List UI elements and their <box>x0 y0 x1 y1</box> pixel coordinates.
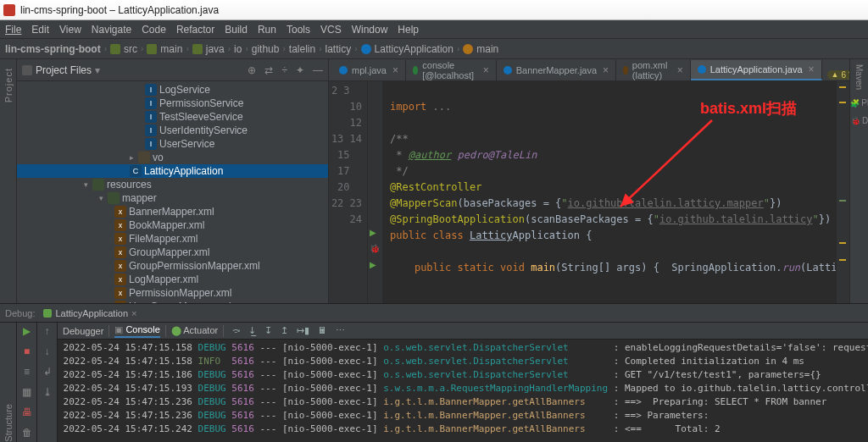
menu-window[interactable]: Window <box>352 24 388 36</box>
close-icon[interactable]: × <box>483 64 489 76</box>
breadcrumb-bar: lin-cms-spring-boot › src › main › java … <box>0 39 868 59</box>
more-debug-icon[interactable]: ⋯ <box>336 325 345 336</box>
breadcrumb-src[interactable]: src <box>110 43 137 55</box>
wrap-icon[interactable]: ↲ <box>43 366 52 378</box>
close-icon[interactable]: × <box>809 64 815 75</box>
editor-right-margin[interactable] <box>836 81 849 303</box>
down-icon[interactable]: ↓ <box>45 345 50 357</box>
menu-build[interactable]: Build <box>225 24 248 36</box>
left-rail-project[interactable]: Project <box>3 68 14 102</box>
run-line-icon[interactable]: ▶ <box>370 260 376 269</box>
tree-item[interactable]: LogMapper.xml <box>129 273 198 286</box>
run-line-icon[interactable]: ▶ <box>370 228 376 237</box>
breadcrumb-main[interactable]: main <box>147 43 182 55</box>
project-tree[interactable]: ILogServiceIPermissionServiceITestSleeve… <box>17 81 328 303</box>
menu-tools[interactable]: Tools <box>287 24 310 36</box>
breadcrumb-class[interactable]: LatticyApplication <box>361 43 453 55</box>
breadcrumb-method[interactable]: main <box>463 43 498 55</box>
tree-item[interactable]: vo <box>153 151 164 164</box>
stop-icon[interactable]: ■ <box>24 345 30 357</box>
menu-code[interactable]: Code <box>142 24 166 36</box>
scroll-icon[interactable]: ⤓ <box>43 386 52 398</box>
chevron-down-icon[interactable]: ▾ <box>97 191 105 205</box>
breadcrumb-root[interactable]: lin-cms-spring-boot <box>5 43 101 55</box>
class-icon: C <box>130 165 142 177</box>
menu-vcs[interactable]: VCS <box>320 24 342 36</box>
evaluate-icon[interactable]: 🖩 <box>318 325 327 336</box>
menu-view[interactable]: View <box>59 24 81 36</box>
tree-item[interactable]: FileMapper.xml <box>129 232 198 246</box>
layout-icon[interactable]: ▦ <box>22 386 31 398</box>
run-to-cursor-icon[interactable]: ↦▮ <box>297 325 309 336</box>
tree-item-selected[interactable]: LatticyApplication <box>144 164 223 178</box>
step-out-icon[interactable]: ↥ <box>281 325 288 336</box>
right-tool-rail: Maven ▸🧩Plu ▾🐞De <box>849 59 868 303</box>
actuator-tab[interactable]: ⬤ Actuator <box>171 325 218 336</box>
tree-item[interactable]: PermissionService <box>159 97 243 110</box>
close-icon[interactable]: × <box>392 64 398 76</box>
menu-navigate[interactable]: Navigate <box>92 24 131 36</box>
left-tool-rail: Project <box>0 59 17 303</box>
problems-badge[interactable]: ▲6ˆ <box>827 70 849 80</box>
editor-tab[interactable]: pom.xml (latticy)× <box>616 60 691 80</box>
rerun-icon[interactable]: ▶ <box>23 325 31 337</box>
tree-item[interactable]: resources <box>107 178 152 191</box>
tree-item[interactable]: UserIdentityService <box>159 124 248 137</box>
console-tab[interactable]: ▣ Console <box>114 324 159 338</box>
force-step-icon[interactable]: ↧ <box>264 325 272 336</box>
menu-refactor[interactable]: Refactor <box>176 24 214 36</box>
project-panel-title[interactable]: Project Files ▾ <box>22 64 242 76</box>
editor-tab[interactable]: LatticyApplication.java× <box>691 60 822 80</box>
tree-item[interactable]: UserGroupMapper.xml <box>129 300 231 303</box>
chevron-down-icon[interactable]: ▾ <box>81 178 90 191</box>
print-icon[interactable]: 🖶 <box>22 406 32 418</box>
debug-line-icon[interactable]: 🐞 <box>370 244 380 253</box>
locate-icon[interactable]: ⊕ <box>248 64 256 76</box>
console-log[interactable]: 2022-05-24 15:47:15.158 DEBUG 5616 --- [… <box>58 340 868 442</box>
structure-toolwindow[interactable]: Structure <box>3 399 14 442</box>
debug-runconfig-tab[interactable]: LatticyApplication × <box>43 308 136 318</box>
tree-item[interactable]: LogService <box>159 83 210 97</box>
step-into-icon[interactable]: ↓̲ <box>248 325 256 336</box>
dropdown-icon[interactable]: ▾ <box>95 64 100 76</box>
close-icon[interactable]: × <box>603 64 609 76</box>
editor-tab[interactable]: console [@localhost]× <box>406 60 497 80</box>
collapse-icon[interactable]: ÷ <box>281 64 287 76</box>
menu-file[interactable]: File <box>5 24 21 36</box>
tree-item[interactable]: TestSleeveService <box>159 110 243 124</box>
editor-tab[interactable]: mpl.java× <box>332 60 406 80</box>
breadcrumb-github[interactable]: github <box>252 43 280 55</box>
tree-item[interactable]: UserService <box>159 137 214 151</box>
code-editor[interactable]: 2 3 10 12 13 14 15 17 20 22 23 24 ▶▶🐞 im… <box>329 81 849 303</box>
editor-tab[interactable]: BannerMapper.java× <box>497 60 616 80</box>
interface-icon: I <box>145 138 157 150</box>
close-icon[interactable]: × <box>131 308 136 318</box>
breadcrumb-io[interactable]: io <box>234 43 242 55</box>
up-icon[interactable]: ↑ <box>45 325 50 337</box>
settings-icon[interactable]: ✦ <box>296 64 304 76</box>
menu-edit[interactable]: Edit <box>31 24 49 36</box>
maven-toolwindow[interactable]: Maven <box>854 64 864 90</box>
step-over-icon[interactable]: ⤼ <box>232 325 240 336</box>
breadcrumb-java[interactable]: java <box>192 43 225 55</box>
tree-item[interactable]: BannerMapper.xml <box>129 205 214 218</box>
breadcrumb-latticy[interactable]: latticy <box>326 43 352 55</box>
tree-item[interactable]: BookMapper.xml <box>129 218 204 232</box>
code-content[interactable]: import ... /** * @author pedro@TaleLin *… <box>383 81 836 303</box>
expand-icon[interactable]: ⇄ <box>264 64 273 76</box>
tree-item[interactable]: PermissionMapper.xml <box>129 286 231 300</box>
trash-icon[interactable]: 🗑 <box>22 427 32 439</box>
chevron-right-icon[interactable]: ▸ <box>127 151 136 164</box>
menu-run[interactable]: Run <box>258 24 276 36</box>
pause-icon[interactable]: ≡ <box>24 366 30 378</box>
close-icon[interactable]: × <box>677 64 683 76</box>
breadcrumb-talelin[interactable]: talelin <box>289 43 315 55</box>
menu-help[interactable]: Help <box>398 24 419 36</box>
xml-icon: x <box>114 273 126 285</box>
interface-icon: I <box>145 84 157 96</box>
debugger-tab[interactable]: Debugger <box>63 326 103 336</box>
tree-item[interactable]: mapper <box>122 191 157 205</box>
tree-item[interactable]: GroupMapper.xml <box>129 246 209 259</box>
hide-icon[interactable]: — <box>313 64 323 76</box>
tree-item[interactable]: GroupPermissionMapper.xml <box>129 259 260 273</box>
